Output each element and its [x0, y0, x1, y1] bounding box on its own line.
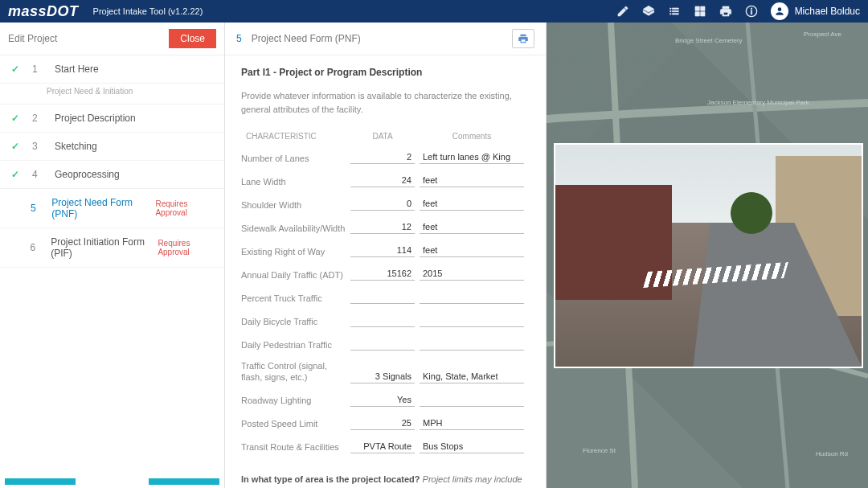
grid-icon[interactable] [691, 2, 709, 20]
char-data-input[interactable] [350, 370, 415, 383]
char-data-input[interactable] [350, 440, 415, 453]
char-label: Roadway Lighting [241, 395, 346, 406]
characteristic-row: Traffic Control (signal, flash, signs, e… [241, 355, 530, 388]
step-label: Geoprocessing [55, 169, 120, 180]
char-comment-input[interactable] [420, 267, 524, 281]
step-label: Sketching [55, 141, 97, 152]
step-list: ✓ 1 Start Here Project Need & Initiation… [0, 55, 224, 268]
check-icon: ✓ [11, 169, 24, 180]
char-comment-input[interactable] [420, 220, 524, 234]
requires-approval-badge: Requires Approval [155, 199, 213, 217]
step-label: Start Here [55, 64, 99, 75]
layers-icon[interactable] [640, 2, 657, 20]
form-step-num: 5 [236, 33, 242, 44]
step-label: Project Initiation Form (PIF) [51, 236, 149, 259]
area-type-question: In what type of area is the project loca… [241, 473, 530, 488]
step-geoprocessing[interactable]: ✓ 4 Geoprocessing [0, 161, 224, 189]
char-comment-input[interactable] [420, 174, 524, 187]
check-icon: ✓ [11, 64, 24, 75]
step-sketching[interactable]: ✓ 3 Sketching [0, 133, 224, 161]
form-panel: 5 Project Need Form (PNF) Part I1 - Proj… [225, 23, 547, 488]
char-comment-input[interactable] [420, 370, 524, 383]
char-label: Percent Truck Traffic [241, 293, 346, 304]
map-label: Hudson Rd [816, 450, 848, 457]
form-body[interactable]: Part I1 - Project or Program Description… [225, 55, 546, 488]
map-label: Jackson Elementary Municipal Park [707, 99, 809, 106]
char-comment-input[interactable] [420, 244, 524, 257]
workflow-sidebar: Edit Project Close ✓ 1 Start Here Projec… [0, 23, 225, 488]
char-label: Lane Width [241, 176, 346, 187]
col-characteristic: CHARACTERISTIC [241, 132, 346, 141]
char-data-input[interactable] [350, 314, 415, 327]
char-data-input[interactable] [350, 197, 415, 211]
char-comment-input[interactable] [420, 150, 524, 164]
char-comment-input[interactable] [420, 416, 524, 430]
print-button[interactable] [512, 29, 534, 48]
step-label: Project Description [55, 113, 136, 124]
substep-need-initiation[interactable]: Project Need & Initiation [0, 84, 224, 105]
user-avatar-icon[interactable] [771, 2, 788, 20]
characteristic-row: Number of Lanes [241, 146, 530, 169]
characteristic-row: Posted Speed Limit [241, 412, 530, 435]
characteristic-row: Lane Width [241, 169, 530, 192]
section-title: Part I1 - Project or Program Description [241, 67, 530, 78]
char-data-input[interactable] [350, 393, 415, 407]
characteristic-row: Annual Daily Traffic (ADT) [241, 262, 530, 285]
char-data-input[interactable] [350, 150, 415, 164]
char-data-input[interactable] [350, 244, 415, 257]
char-data-input[interactable] [350, 337, 415, 351]
characteristic-row: Shoulder Width [241, 192, 530, 215]
char-data-input[interactable] [350, 220, 415, 234]
char-data-input[interactable] [350, 174, 415, 187]
step-start-here[interactable]: ✓ 1 Start Here [0, 55, 224, 84]
characteristics-table: CHARACTERISTIC DATA Comments Number of L… [241, 127, 530, 458]
char-label: Sidewalk Availability/Width [241, 223, 346, 234]
char-comment-input[interactable] [420, 337, 524, 351]
prev-footer-button[interactable] [5, 478, 76, 485]
step-pnf[interactable]: ✓ 5 Project Need Form (PNF) Requires App… [0, 189, 224, 228]
check-icon: ✓ [11, 113, 24, 124]
char-data-input[interactable] [350, 267, 415, 281]
char-label: Posted Speed Limit [241, 418, 346, 429]
edit-icon[interactable] [614, 2, 632, 20]
char-data-input[interactable] [350, 416, 415, 430]
char-label: Annual Daily Traffic (ADT) [241, 269, 346, 281]
check-icon: ✓ [11, 141, 24, 152]
street-photo [554, 143, 863, 368]
characteristic-row: Existing Right of Way [241, 239, 530, 262]
char-label: Daily Bicycle Traffic [241, 316, 346, 327]
char-comment-input[interactable] [420, 393, 524, 407]
characteristic-row: Transit Route & Facilities [241, 435, 530, 458]
step-project-description[interactable]: ✓ 2 Project Description [0, 105, 224, 133]
char-label: Existing Right of Way [241, 246, 346, 257]
top-header: massDOT Project Intake Tool (v1.2.22) Mi… [0, 0, 868, 23]
char-comment-input[interactable] [420, 290, 524, 304]
col-comments: Comments [420, 132, 524, 141]
print-icon [518, 33, 529, 44]
form-title: Project Need Form (PNF) [252, 33, 361, 44]
char-data-input[interactable] [350, 290, 415, 304]
char-label: Shoulder Width [241, 199, 346, 211]
tool-title: Project Intake Tool (v1.2.22) [93, 6, 203, 16]
sidebar-title: Edit Project [8, 33, 57, 44]
char-comment-input[interactable] [420, 197, 524, 211]
step-pif[interactable]: ✓ 6 Project Initiation Form (PIF) Requir… [0, 228, 224, 268]
char-label: Traffic Control (signal, flash, signs, e… [241, 360, 346, 383]
close-button[interactable]: Close [169, 29, 216, 48]
characteristic-row: Daily Pedestrian Traffic [241, 332, 530, 355]
info-icon[interactable] [743, 2, 760, 20]
next-footer-button[interactable] [149, 478, 219, 485]
map-label: Florence St [583, 447, 616, 454]
map-label: Bridge Street Cemetery [675, 37, 743, 44]
characteristic-row: Roadway Lighting [241, 388, 530, 412]
char-label: Number of Lanes [241, 153, 346, 164]
username[interactable]: Michael Bolduc [795, 6, 860, 17]
print-icon[interactable] [717, 2, 735, 20]
list-icon[interactable] [665, 2, 683, 20]
step-label: Project Need Form (PNF) [51, 197, 147, 219]
char-comment-input[interactable] [420, 314, 524, 327]
map-panel[interactable]: Bridge Street CemeteryJackson Elementary… [547, 23, 868, 488]
char-comment-input[interactable] [420, 440, 524, 453]
characteristic-row: Percent Truck Traffic [241, 285, 530, 309]
map-label: Prospect Ave [804, 31, 841, 38]
